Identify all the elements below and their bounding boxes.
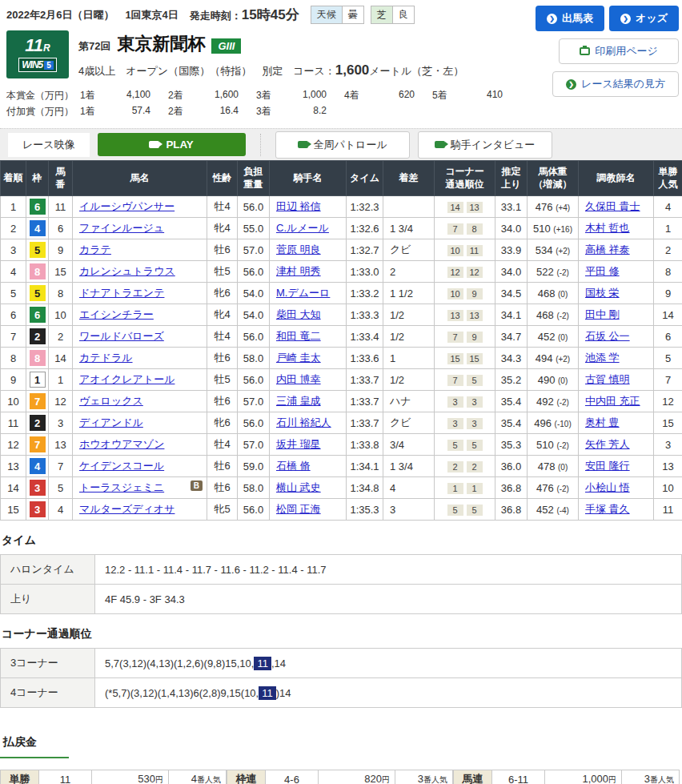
blinker-badge: B [191, 480, 203, 491]
trainer-link[interactable]: 平田 修 [585, 265, 620, 277]
jockey-interview-button[interactable]: 騎手インタビュー [418, 131, 552, 159]
carried-weight: 54.0 [238, 304, 270, 326]
win-favorite-rank: 14 [654, 304, 682, 326]
weather-label: 天候 [311, 6, 343, 24]
horse-number: 13 [49, 434, 73, 456]
time: 1:32.7 [347, 239, 383, 261]
finish-position: 10 [1, 391, 26, 412]
jockey-link[interactable]: 松岡 正海 [276, 503, 321, 515]
horse-name-link[interactable]: アオイクレアトール [79, 373, 175, 385]
play-button[interactable]: PLAY [98, 133, 246, 156]
jockey-link[interactable]: 石川 裕紀人 [276, 416, 331, 428]
jockey-link[interactable]: 柴田 大知 [276, 308, 321, 320]
video-camera-icon [298, 141, 308, 148]
trainer-link[interactable]: 久保田 貴士 [585, 200, 640, 212]
payout-favorite-rank: 3番人気 [395, 770, 453, 784]
horse-number: 2 [49, 326, 73, 348]
frame-cell: 7 [26, 391, 49, 412]
corner3-position: 1 [447, 483, 463, 494]
circle-arrow-icon: ❯ [566, 79, 576, 90]
jockey-link[interactable]: 田辺 裕信 [276, 200, 321, 212]
horse-name-link[interactable]: カラテ [79, 243, 111, 255]
horse-name-cell: イルーシヴパンサー [73, 196, 207, 218]
win-favorite-rank: 10 [654, 477, 682, 499]
trainer-link[interactable]: 手塚 貴久 [585, 503, 630, 515]
jockey-link[interactable]: 横山 武史 [276, 481, 321, 493]
carried-weight: 55.0 [238, 218, 270, 239]
frame-number-badge: 3 [30, 501, 46, 517]
jockey-link[interactable]: M.デムーロ [276, 287, 330, 299]
horse-name-link[interactable]: ケイデンスコール [79, 460, 164, 472]
jockey-link[interactable]: C.ルメール [276, 222, 329, 234]
payout-row: 枠連4-6820円3番人気 [227, 770, 453, 784]
horse-name-link[interactable]: エイシンチラー [79, 308, 154, 320]
horse-name-link[interactable]: ドナアトラエンテ [79, 287, 164, 299]
result-row: 1611イルーシヴパンサー牡456.0田辺 裕信1:32.3141333.147… [1, 196, 682, 218]
odds-button[interactable]: ❯ オッズ [609, 6, 679, 31]
result-guide-button[interactable]: ❯ レース結果の見方 [552, 71, 679, 97]
corner4-position: 13 [467, 310, 483, 321]
trainer-link[interactable]: 池添 学 [585, 352, 620, 364]
margin: ハナ [383, 391, 435, 412]
horse-name-link[interactable]: マルターズディオサ [79, 503, 175, 515]
carried-weight: 56.0 [238, 499, 270, 521]
trainer-link[interactable]: 安田 隆行 [585, 460, 630, 472]
trainer-link[interactable]: 古賀 慎明 [585, 373, 630, 385]
win-favorite-rank: 5 [654, 348, 682, 369]
trainer-link[interactable]: 高橋 祥泰 [585, 243, 630, 255]
time: 1:33.7 [347, 369, 383, 391]
time-row-label: 上り [1, 585, 95, 614]
horse-number: 9 [49, 239, 73, 261]
trainer-cell: 手塚 貴久 [579, 499, 654, 521]
result-row: 6610エイシンチラー牝454.0柴田 大知1:33.31/2131334.14… [1, 304, 682, 326]
jockey-link[interactable]: 戸崎 圭太 [276, 352, 321, 364]
horse-name-link[interactable]: イルーシヴパンサー [79, 200, 175, 212]
trainer-link[interactable]: 石坂 公一 [585, 330, 630, 342]
horse-name-link[interactable]: ディアンドル [79, 416, 143, 428]
jockey-link[interactable]: 菅原 明良 [276, 243, 321, 255]
horse-name-link[interactable]: ホウオウアマゾン [79, 438, 164, 450]
jockey-link[interactable]: 石橋 脩 [276, 460, 311, 472]
jockey-link[interactable]: 内田 博幸 [276, 373, 321, 385]
corner3-position: 5 [447, 505, 463, 516]
trainer-link[interactable]: 奥村 豊 [585, 416, 620, 428]
jockey-link[interactable]: 津村 明秀 [276, 265, 321, 277]
trainer-cell: 池添 学 [579, 348, 654, 369]
jockey-link[interactable]: 和田 竜二 [276, 330, 321, 342]
horse-weight: 492 (-2) [528, 391, 579, 412]
shutsuba-button[interactable]: ❯ 出馬表 [536, 6, 604, 31]
jockey-link[interactable]: 三浦 皇成 [276, 395, 321, 407]
horse-name-link[interactable]: ファインルージュ [79, 222, 164, 234]
trainer-link[interactable]: 矢作 芳人 [585, 438, 630, 450]
horse-name-link[interactable]: トーラスジェミニ [79, 481, 164, 493]
corner-positions: 1515 [435, 348, 495, 369]
jockey-link[interactable]: 坂井 瑠星 [276, 438, 321, 450]
winner-highlight: 11 [259, 686, 276, 700]
trainer-link[interactable]: 国枝 栄 [585, 287, 620, 299]
printer-icon [580, 47, 590, 55]
trainer-link[interactable]: 小桧山 悟 [585, 481, 630, 493]
estimated-last3f: 34.7 [495, 326, 528, 348]
jockey-cell: C.ルメール [270, 218, 347, 239]
horse-name-link[interactable]: カテドラル [79, 352, 133, 364]
carried-weight: 56.0 [238, 196, 270, 218]
horse-name-link[interactable]: カレンシュトラウス [79, 265, 175, 277]
prize-item: 2着1,600 [168, 89, 256, 103]
trainer-link[interactable]: 田中 剛 [585, 308, 620, 320]
weather-value: 曇 [343, 6, 364, 24]
print-page-button[interactable]: 印刷用ページ [559, 38, 679, 64]
corner-row: 3コーナー5,7(3,12)(4,13)(1,2,6)(9,8)15,10,11… [1, 649, 682, 678]
patrol-video-button[interactable]: 全周パトロール [275, 131, 410, 159]
sex-age: 牡5 [207, 261, 238, 283]
trainer-link[interactable]: 中内田 充正 [585, 395, 640, 407]
result-row: 558ドナアトラエンテ牝654.0M.デムーロ1:33.21 1/210934.… [1, 283, 682, 304]
corner-row-value: (*5,7)(3,12)(1,4,13)6(2,8)9,15(10,11)14 [95, 678, 682, 708]
trainer-cell: 石坂 公一 [579, 326, 654, 348]
horse-name-link[interactable]: ワールドバローズ [79, 330, 164, 342]
margin: クビ [383, 412, 435, 434]
horse-name-link[interactable]: ヴェロックス [79, 395, 143, 407]
trainer-link[interactable]: 木村 哲也 [585, 222, 630, 234]
time: 1:34.1 [347, 456, 383, 477]
frame-cell: 8 [26, 348, 49, 369]
horse-name-cell: エイシンチラー [73, 304, 207, 326]
